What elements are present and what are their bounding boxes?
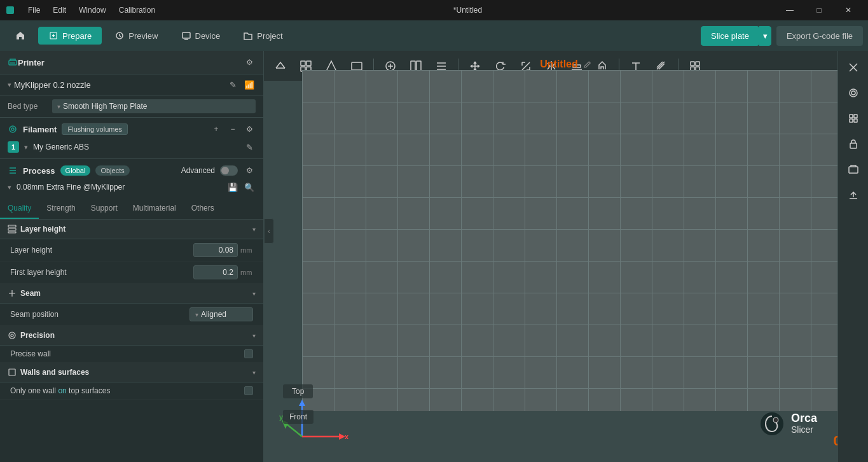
bed-type-row: Bed type ▾ Smooth High Temp Plate [0,95,263,117]
tab-multimaterial[interactable]: Multimaterial [125,199,184,219]
grid-area [302,70,843,411]
svg-rect-23 [696,62,699,66]
layer-height-input[interactable]: 0.08 [193,243,238,257]
advanced-label: Advanced [181,166,215,175]
precision-group-title: Precision [20,331,55,340]
seam-group-header: Seam ▾ [0,284,263,304]
right-lock-button[interactable] [842,132,865,155]
printer-settings-icon[interactable]: ⚙ [243,56,256,69]
window-controls[interactable]: — □ ✕ [775,0,863,20]
layer-height-group-header: Layer height ▾ [0,220,263,239]
tab-device[interactable]: Device [171,27,231,45]
precision-group-icon [8,331,17,340]
process-global-tag[interactable]: Global [60,165,91,176]
layer-height-row: Layer height 0.08 mm [0,239,263,262]
right-layers-button[interactable] [842,107,865,130]
precise-wall-checkbox[interactable] [244,349,253,358]
filament-settings-icon[interactable]: ⚙ [243,123,256,136]
right-camera-button[interactable] [842,81,865,104]
process-objects-tag[interactable]: Objects [95,165,129,176]
grid-lines [302,70,843,411]
viewport-edit-icon[interactable] [583,60,592,69]
viewport: Untitled x y Top Front [264,51,868,462]
process-name: 0.08mm Extra Fine @MyKlipper [17,183,221,192]
orca-slicer-logo: Orca Slicer [759,411,817,437]
viewport-title-text: Untitled [540,59,578,70]
layer-height-label: Layer height [10,246,193,255]
quality-tabs: Quality Strength Support Multimaterial O… [0,199,263,220]
menu-window[interactable]: Window [74,4,111,16]
printer-name-row: ▾ MyKlipper 0.2 nozzle ✎ 📶 [0,74,263,95]
layer-height-group-title: Layer height [20,225,65,234]
filament-remove-icon[interactable]: − [226,123,239,136]
right-sidebar [837,51,868,462]
seam-position-select[interactable]: ▾ Aligned [189,307,253,321]
main-content: Printer ⚙ ▾ MyKlipper 0.2 nozzle ✎ 📶 Bed… [0,51,868,462]
process-save-icon[interactable]: 💾 [226,181,239,193]
titlebar-app-icons [5,5,15,15]
tab-strength[interactable]: Strength [39,199,83,219]
svg-point-35 [773,417,778,423]
tab-prepare[interactable]: Prepare [38,27,102,45]
walls-group-icon [8,368,17,377]
process-icons[interactable]: ⚙ [243,164,256,177]
process-search-icon[interactable]: 🔍 [243,181,256,193]
nav-home[interactable] [5,27,36,45]
panel-collapse-button[interactable]: ‹ [264,218,274,244]
walls-collapse-arrow[interactable]: ▾ [252,369,256,376]
filament-add-icon[interactable]: + [210,123,223,136]
svg-rect-38 [850,115,853,118]
close-button[interactable]: ✕ [834,0,863,20]
svg-rect-40 [850,119,853,122]
bed-type-select[interactable]: ▾ Smooth High Temp Plate [52,99,256,113]
filament-header: Filament Flushing volumes + − ⚙ [8,123,256,136]
bed-type-value: Smooth High Temp Plate [63,102,148,111]
advanced-toggle[interactable] [220,165,238,176]
minimize-button[interactable]: — [775,0,804,20]
slice-plate-button[interactable]: Slice plate [701,26,759,46]
seam-group-title: Seam [20,289,41,298]
filament-row: 1 ▾ My Generic ABS ✎ [8,141,256,153]
svg-rect-41 [854,119,857,122]
svg-rect-39 [854,115,857,118]
viewport-title: Untitled [540,59,592,70]
titlebar-menu[interactable]: File Edit Window Calibration [23,4,160,16]
first-layer-height-label: First layer height [10,268,193,277]
process-title: Process [23,166,55,176]
menu-file[interactable]: File [23,4,45,16]
menu-calibration[interactable]: Calibration [114,4,160,16]
slice-dropdown-button[interactable]: ▾ [759,26,771,46]
seam-position-label: Seam position [10,310,189,319]
seam-collapse-arrow[interactable]: ▾ [252,290,256,297]
svg-rect-43 [849,167,858,173]
filament-name: My Generic ABS [33,143,238,151]
printer-wifi-icon[interactable]: 📶 [243,78,256,91]
tab-project[interactable]: Project [233,27,293,45]
window-title: *Untitled [168,6,768,15]
filament-icons: + − ⚙ [210,123,256,136]
printer-edit-icon[interactable]: ✎ [226,78,239,91]
precision-collapse-arrow[interactable]: ▾ [252,332,256,339]
menu-edit[interactable]: Edit [48,4,71,16]
right-upload-button[interactable] [842,183,865,206]
first-layer-height-input[interactable]: 0.2 [193,265,238,279]
right-group-button[interactable] [842,158,865,181]
collapse-arrow[interactable]: ▾ [252,226,256,233]
export-gcode-button[interactable]: Export G-code file [776,26,863,46]
first-layer-height-row: First layer height 0.2 mm [0,262,263,284]
right-close-button[interactable] [842,56,865,79]
3d-view-button[interactable] [269,55,292,78]
filament-edit-icon[interactable]: ✎ [243,141,256,153]
only-one-wall-checkbox[interactable] [244,386,253,395]
layer-height-unit: mm [240,246,253,254]
tab-quality[interactable]: Quality [0,199,39,219]
tab-others[interactable]: Others [184,199,222,219]
flushing-volumes-button[interactable]: Flushing volumes [62,123,128,135]
on-text: on [58,386,66,395]
printer-icon [8,57,18,67]
filament-section: Filament Flushing volumes + − ⚙ 1 ▾ My G… [0,117,263,158]
tab-preview[interactable]: Preview [104,27,168,45]
tab-support[interactable]: Support [83,199,125,219]
svg-rect-42 [850,143,857,148]
maximize-button[interactable]: □ [804,0,834,20]
